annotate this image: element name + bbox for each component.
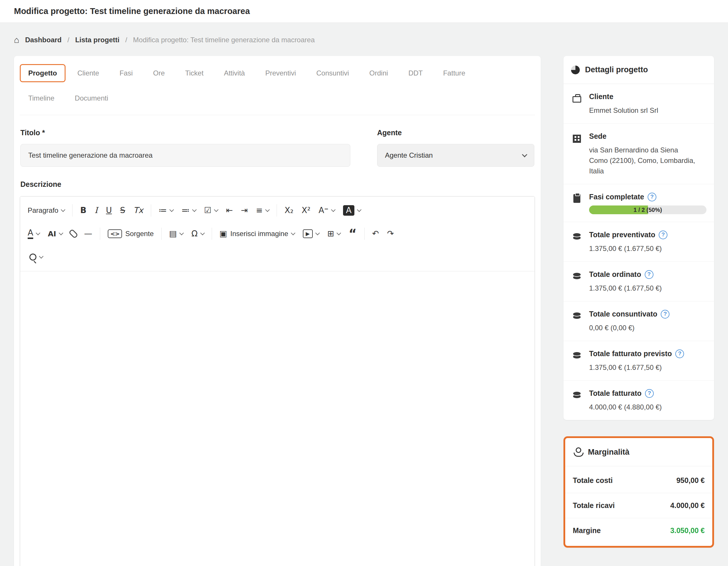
project-edit-card: Progetto Cliente Fasi Ore Ticket Attivit… <box>14 56 541 566</box>
toolbar-row-3 <box>24 245 531 269</box>
tab-cliente[interactable]: Cliente <box>69 64 108 82</box>
remove-format-button[interactable]: Tx <box>129 203 147 218</box>
special-characters-dropdown[interactable]: Ω <box>187 226 208 241</box>
sede-address-line1: via San Bernardino da Siena <box>589 145 706 155</box>
tab-row-2: Timeline Documenti <box>20 89 535 107</box>
hand-coin-icon <box>573 447 583 457</box>
chevron-down-icon <box>357 207 362 212</box>
media-embed-dropdown[interactable]: ▶ <box>299 226 323 241</box>
marginalita-row-value: 3.050,00 € <box>670 526 705 535</box>
font-size-dropdown[interactable]: A⁼ <box>314 203 339 218</box>
text-alignment-dropdown[interactable]: ≡ <box>252 203 273 218</box>
chevron-down-icon <box>337 231 341 235</box>
subscript-button[interactable]: X₂ <box>280 203 297 218</box>
tab-fatture[interactable]: Fatture <box>435 64 474 82</box>
redo-button[interactable]: ↷ <box>383 226 398 241</box>
titolo-label: Titolo * <box>20 128 350 137</box>
ai-commands-dropdown[interactable]: AI <box>44 227 67 241</box>
tab-timeline[interactable]: Timeline <box>20 89 63 107</box>
marginalita-row: Margine 3.050,00 € <box>565 518 712 543</box>
descrizione-label: Descrizione <box>20 180 535 188</box>
editor-content[interactable] <box>20 271 535 566</box>
chevron-down-icon <box>36 231 40 235</box>
paragraph-style-dropdown[interactable]: Paragrafo <box>24 203 69 218</box>
tab-ordini[interactable]: Ordini <box>361 64 396 82</box>
chevron-down-icon <box>265 207 270 212</box>
editor-toolbar: Paragrafo B <box>20 196 535 271</box>
numbered-list-dropdown[interactable]: ≕ <box>177 203 200 218</box>
underline-button[interactable]: U <box>102 203 116 218</box>
help-icon[interactable]: ? <box>645 389 654 398</box>
detail-money-row: Totale fatturato previsto ? 1.375,00 € (… <box>563 341 714 380</box>
home-icon[interactable]: ⌂ <box>14 36 19 44</box>
indent-button[interactable]: ⇥ <box>237 203 252 218</box>
insert-template-dropdown[interactable]: ▤ <box>165 226 187 241</box>
detail-money-rows: Totale preventivato ? 1.375,00 € (1.677,… <box>563 222 714 420</box>
chevron-down-icon <box>59 231 63 235</box>
cliente-value: Emmet Solution srl Srl <box>589 105 706 116</box>
marginalita-rows: Totale costi 950,00 € Totale ricavi 4.00… <box>565 466 712 546</box>
coins-icon <box>572 352 581 359</box>
block-quote-button[interactable]: “ <box>344 227 361 240</box>
chevron-down-icon <box>291 231 296 235</box>
help-icon[interactable]: ? <box>648 193 656 201</box>
link-button[interactable] <box>67 226 80 241</box>
insert-image-dropdown[interactable]: ▣ Inserisci immagine <box>215 226 299 241</box>
pie-chart-icon <box>571 66 580 74</box>
tab-ore[interactable]: Ore <box>145 64 173 82</box>
strikethrough-button[interactable]: S <box>116 203 129 218</box>
undo-button[interactable]: ↶ <box>368 226 383 241</box>
building-icon <box>573 135 581 143</box>
details-card-title: Dettagli progetto <box>585 65 648 74</box>
marginalita-row-label: Totale costi <box>573 476 613 485</box>
toolbar-row-1: Paragrafo B <box>24 199 531 222</box>
breadcrumb-separator: / <box>67 36 69 44</box>
agente-select[interactable]: Agente Cristian <box>377 144 534 167</box>
detail-money-row: Totale fatturato ? 4.000,00 € (4.880,00 … <box>563 380 714 420</box>
italic-button[interactable]: I <box>91 203 102 218</box>
marginalita-row-label: Margine <box>573 526 601 535</box>
fasi-progress-bar: 1 / 2 (50%) <box>589 205 706 214</box>
detail-money-row: Totale consuntivato ? 0,00 € (0,00 €) <box>563 301 714 341</box>
find-and-replace-dropdown[interactable] <box>24 250 47 264</box>
tab-documenti[interactable]: Documenti <box>66 89 117 107</box>
todo-list-dropdown[interactable]: ☑ <box>200 203 222 218</box>
window-titlebar: Modifica progetto: Test timeline generaz… <box>0 0 728 23</box>
chevron-down-icon <box>522 152 527 157</box>
horizontal-line-button[interactable]: — <box>80 226 96 241</box>
bold-button[interactable]: B <box>76 203 90 218</box>
tab-fasi[interactable]: Fasi <box>111 64 141 82</box>
breadcrumb-dashboard[interactable]: Dashboard <box>25 36 61 44</box>
help-icon[interactable]: ? <box>675 350 684 358</box>
tab-preventivi[interactable]: Preventivi <box>257 64 304 82</box>
help-icon[interactable]: ? <box>661 310 669 319</box>
help-icon[interactable]: ? <box>645 270 653 279</box>
help-icon[interactable]: ? <box>659 230 667 239</box>
coins-icon <box>572 233 581 240</box>
font-color-dropdown[interactable]: A <box>24 225 44 242</box>
insert-table-dropdown[interactable]: ⊞ <box>323 226 344 241</box>
chevron-down-icon <box>331 207 336 212</box>
chevron-down-icon <box>39 254 44 259</box>
superscript-button[interactable]: X² <box>298 203 314 218</box>
highlight-dropdown[interactable]: A <box>339 202 365 219</box>
source-button[interactable]: <> Sorgente <box>104 226 158 241</box>
project-details-card: Dettagli progetto Cliente Emmet Solution… <box>563 56 714 420</box>
tab-ticket[interactable]: Ticket <box>177 64 212 82</box>
outdent-button[interactable]: ⇤ <box>222 203 237 218</box>
bulleted-list-dropdown[interactable]: ≔ <box>155 203 177 218</box>
chevron-down-icon <box>192 207 197 212</box>
titolo-input[interactable] <box>20 144 350 167</box>
tab-attivita[interactable]: Attività <box>215 64 253 82</box>
marginalita-row-value: 950,00 € <box>676 476 705 485</box>
tab-ddt[interactable]: DDT <box>400 64 431 82</box>
tab-consuntivi[interactable]: Consuntivi <box>308 64 357 82</box>
rich-text-editor: Paragrafo B <box>20 196 535 566</box>
marginalita-card-title: Marginalità <box>588 448 630 457</box>
tab-progetto[interactable]: Progetto <box>20 64 66 82</box>
breadcrumb-lista-progetti[interactable]: Lista progetti <box>75 36 119 44</box>
sidebar: Dettagli progetto Cliente Emmet Solution… <box>563 56 714 548</box>
detail-money-value: 1.375,00 € (1.677,50 €) <box>589 362 706 373</box>
marginalita-row: Totale ricavi 4.000,00 € <box>565 493 712 518</box>
detail-row-cliente: Cliente Emmet Solution srl Srl <box>563 84 714 123</box>
